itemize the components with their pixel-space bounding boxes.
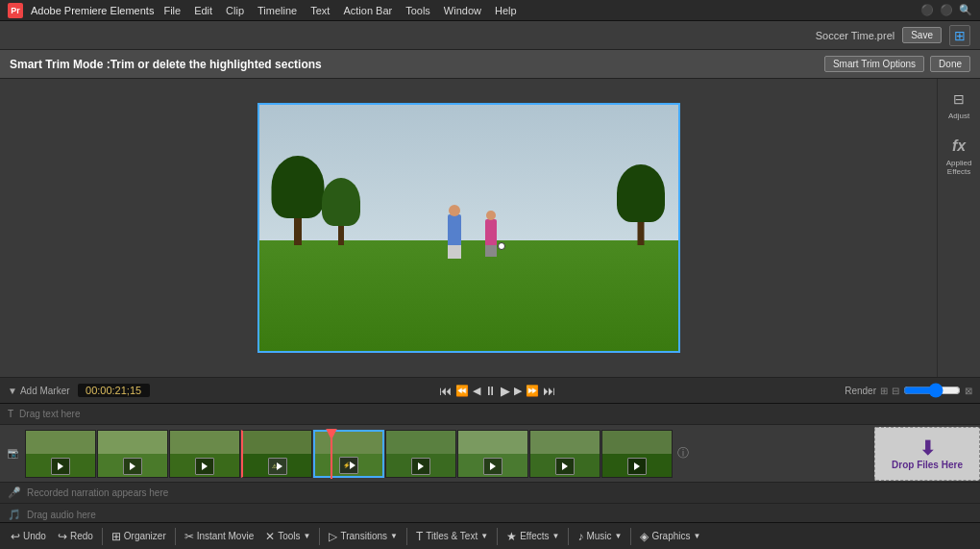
pause-button[interactable]: ⏸	[484, 384, 497, 398]
menu-window[interactable]: Window	[444, 5, 481, 16]
redo-button[interactable]: ↪ Redo	[53, 528, 98, 545]
video-thumbnails: ⚠ ⚡	[25, 429, 870, 479]
adjust-button[interactable]: ⊟ Adjust	[948, 88, 969, 121]
drop-arrow-icon: ⬇	[919, 437, 936, 460]
right-panel: ⊟ Adjust fx Applied Effects	[937, 79, 980, 377]
mic-icon: 🎤	[8, 487, 21, 499]
trim-controls: Smart Trim Options Done	[824, 56, 970, 72]
menu-file[interactable]: File	[163, 5, 181, 16]
drop-files-area[interactable]: ⬇ Drop Files Here	[874, 427, 980, 481]
undo-icon: ↩	[11, 530, 20, 543]
video-track: 📷 ⚠	[0, 425, 980, 483]
done-button[interactable]: Done	[930, 56, 970, 72]
menu-action-bar[interactable]: Action Bar	[343, 5, 392, 16]
timeline-controls: ▼ Add Marker 00:00:21;15 ⏮ ⏪ ◀ ⏸ ▶ ▶ ⏩ ⏭…	[0, 377, 980, 404]
video-ground	[259, 240, 678, 351]
frame-back-button[interactable]: ◀	[473, 385, 480, 397]
narration-track: 🎤 Recorded narration appears here	[0, 483, 980, 504]
graphics-icon: ◈	[640, 530, 649, 543]
divider-5	[497, 528, 498, 545]
video-preview-area	[0, 79, 937, 377]
organizer-button[interactable]: ⊞ Organizer	[107, 528, 171, 545]
thumb-icon-5: ⚡	[339, 457, 358, 474]
thumb-icon-1	[51, 458, 70, 475]
thumb-icon-4: ⚠	[268, 458, 287, 475]
graphics-button[interactable]: ◈ Graphics ▼	[635, 528, 705, 545]
organizer-icon[interactable]: ⊞	[949, 25, 970, 46]
divider-6	[568, 528, 569, 545]
divider-2	[175, 528, 176, 545]
maximize-icon[interactable]: ⚫	[940, 4, 953, 16]
tools-button[interactable]: ✕ Tools ▼	[260, 528, 315, 545]
menu-bar: Pr Adobe Premiere Elements File Edit Cli…	[0, 0, 980, 21]
thumbnail-4[interactable]: ⚠	[241, 430, 312, 478]
thumbnail-5[interactable]: ⚡	[313, 430, 384, 478]
go-to-end-button[interactable]: ⏭	[543, 384, 555, 398]
render-slider[interactable]	[903, 383, 961, 398]
thumb-icon-2	[123, 458, 142, 475]
frame-forward-button[interactable]: ▶	[514, 385, 522, 397]
app-title: Adobe Premiere Elements	[31, 5, 154, 16]
titles-arrow-icon: ▼	[480, 532, 488, 540]
thumbnail-7[interactable]	[457, 430, 528, 478]
bottom-toolbar: ↩ Undo ↪ Redo ⊞ Organizer ✂ Instant Movi…	[0, 522, 980, 549]
add-marker[interactable]: ▼ Add Marker	[8, 386, 70, 396]
smart-trim-bar: Smart Trim Mode :Trim or delete the high…	[0, 50, 980, 79]
step-forward-button[interactable]: ⏩	[526, 385, 539, 397]
transport-controls: ⏮ ⏪ ◀ ⏸ ▶ ▶ ⏩ ⏭	[158, 384, 838, 398]
render-end-icon: ⊠	[965, 386, 972, 396]
thumbnail-6[interactable]	[385, 430, 456, 478]
video-track-icon: 📷	[4, 449, 21, 459]
adjust-icon: ⊟	[948, 88, 969, 110]
thumb-icon-7	[483, 458, 502, 475]
music-button[interactable]: ♪ Music ▼	[573, 528, 626, 545]
applied-effects-button[interactable]: fx Applied Effects	[941, 136, 977, 177]
thumb-icon-8	[555, 458, 575, 475]
thumbnail-8[interactable]	[529, 430, 600, 478]
minimize-icon[interactable]: ⚫	[920, 4, 934, 16]
smart-trim-options-button[interactable]: Smart Trim Options	[824, 56, 924, 72]
search-icon[interactable]: 🔍	[959, 4, 972, 16]
effects-button[interactable]: ★ Effects ▼	[502, 528, 564, 545]
render-icon2: ⊟	[892, 386, 899, 396]
menu-tools[interactable]: Tools	[405, 5, 430, 16]
audio-placeholder: Drag audio here	[27, 510, 96, 520]
undo-button[interactable]: ↩ Undo	[6, 528, 51, 545]
step-back-button[interactable]: ⏪	[455, 385, 469, 397]
divider-1	[102, 528, 103, 545]
divider-7	[630, 528, 631, 545]
menu-edit[interactable]: Edit	[194, 5, 212, 16]
thumbnail-1[interactable]	[25, 430, 96, 478]
marker-arrow-icon: ▼	[8, 386, 17, 396]
text-track: T Drag text here	[0, 404, 980, 425]
player1	[448, 214, 461, 245]
narration-placeholder: Recorded narration appears here	[27, 487, 168, 498]
top-bar: Soccer Time.prel Save ⊞	[0, 21, 980, 50]
thumbnail-2[interactable]	[97, 430, 168, 478]
titles-text-button[interactable]: T Titles & Text ▼	[411, 528, 493, 545]
effects-icon: fx	[948, 136, 969, 157]
transitions-button[interactable]: ▷ Transitions ▼	[324, 528, 402, 545]
video-icon: 📷	[8, 449, 17, 459]
menu-text[interactable]: Text	[310, 5, 330, 16]
effects-arrow-icon: ▼	[552, 532, 560, 540]
menu-timeline[interactable]: Timeline	[257, 5, 297, 16]
render-label: Render	[845, 386, 876, 396]
redo-icon: ↪	[58, 530, 67, 543]
divider-4	[406, 528, 407, 545]
save-button[interactable]: Save	[902, 27, 942, 43]
menu-clip[interactable]: Clip	[226, 5, 244, 16]
timeline-area: T Drag text here 📷	[0, 404, 980, 531]
thumb-icon-9	[627, 458, 647, 475]
go-to-start-button[interactable]: ⏮	[439, 384, 452, 398]
instant-movie-button[interactable]: ✂ Instant Movie	[180, 528, 258, 545]
app-logo: Pr	[8, 3, 23, 18]
menu-help[interactable]: Help	[495, 5, 517, 16]
tree-left	[272, 159, 325, 245]
tools-icon: ✕	[265, 530, 275, 543]
thumbnail-9[interactable]	[601, 430, 673, 478]
thumbnail-3[interactable]	[169, 430, 240, 478]
soccer-ball	[498, 242, 505, 250]
organizer-icon-bottom: ⊞	[111, 530, 121, 543]
play-button[interactable]: ▶	[501, 384, 510, 398]
